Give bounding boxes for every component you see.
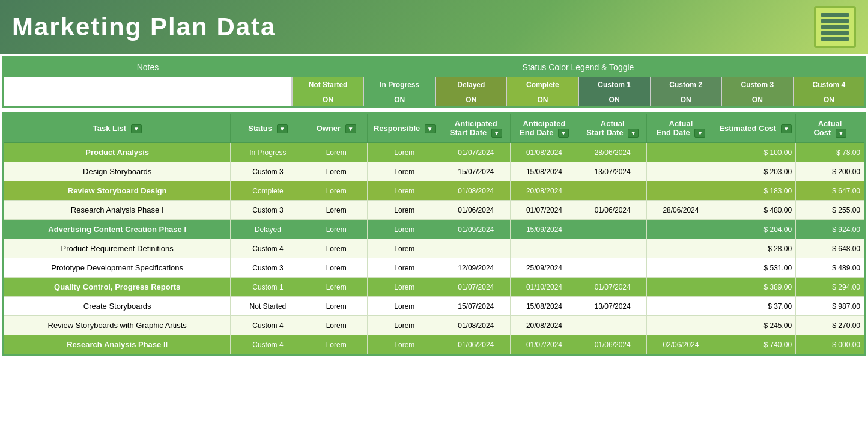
legend-item-toggle[interactable]: ON [436, 93, 506, 106]
cell-status: Not Started [231, 297, 305, 316]
filter-btn-ant_end[interactable]: ▼ [558, 129, 569, 138]
legend-item-toggle[interactable]: ON [293, 93, 363, 106]
filter-btn-act_cost[interactable]: ▼ [836, 129, 846, 138]
cell-task: Quality Control, Progress Reports [4, 278, 231, 297]
cell-act_cost: $ 000.00 [796, 335, 864, 354]
legend-item-toggle[interactable]: ON [722, 93, 793, 106]
cell-ant_end: 25/09/2024 [510, 258, 578, 278]
cell-act_end: 02/06/2024 [647, 335, 715, 354]
cell-act_start: 01/06/2024 [578, 201, 647, 220]
legend-item-not-started[interactable]: Not Started ON [292, 77, 363, 106]
cell-est_cost: $ 245.00 [715, 316, 795, 335]
legend-items-container: Not Started ON In Progress ON Delayed ON… [292, 77, 864, 106]
cell-est_cost: $ 204.00 [715, 220, 795, 239]
legend-item-toggle[interactable]: ON [579, 93, 650, 106]
legend-item-complete[interactable]: Complete ON [506, 77, 578, 106]
cell-est_cost: $ 100.00 [715, 143, 795, 162]
cell-est_cost: $ 531.00 [715, 258, 795, 278]
cell-status: Custom 3 [231, 162, 305, 181]
legend-item-label: Custom 4 [794, 77, 864, 93]
cell-responsible: Lorem [367, 181, 442, 201]
cell-ant_start: 01/09/2024 [442, 220, 510, 239]
th-act_start: ActualStart Date ▼ [578, 114, 647, 143]
legend-item-label: Complete [507, 77, 578, 93]
legend-items-row: Not Started ON In Progress ON Delayed ON… [4, 77, 864, 106]
cell-act_start: 13/07/2024 [578, 162, 647, 181]
table-row: Create StoryboardsNot StartedLoremLorem1… [4, 297, 864, 316]
cell-ant_start: 01/06/2024 [442, 335, 510, 354]
cell-task: Prototype Development Specifications [4, 258, 231, 278]
filter-btn-act_end[interactable]: ▼ [694, 129, 705, 138]
main-table-container: Task List ▼Status ▼Owner ▼Responsible ▼A… [2, 112, 866, 356]
cell-owner: Lorem [305, 335, 367, 354]
cell-task: Review Storyboard Design [4, 181, 231, 201]
legend-item-toggle[interactable]: ON [794, 93, 864, 106]
cell-responsible: Lorem [367, 143, 442, 162]
cell-ant_end: 20/08/2024 [510, 181, 578, 201]
cell-task: Design Storyboards [4, 162, 231, 181]
cell-task: Review Storyboards with Graphic Artists [4, 316, 231, 335]
filter-btn-ant_start[interactable]: ▼ [491, 129, 502, 138]
legend-item-toggle[interactable]: ON [651, 93, 721, 106]
table-header: Task List ▼Status ▼Owner ▼Responsible ▼A… [4, 114, 864, 143]
cell-act_start [578, 316, 647, 335]
cell-ant_end: 15/08/2024 [510, 297, 578, 316]
filter-btn-est_cost[interactable]: ▼ [781, 124, 792, 133]
cell-status: Custom 4 [231, 316, 305, 335]
cell-status: Custom 4 [231, 335, 305, 354]
cell-act_cost: $ 294.00 [796, 278, 864, 297]
cell-est_cost: $ 37.00 [715, 297, 795, 316]
cell-owner: Lorem [305, 316, 367, 335]
cell-act_start [578, 181, 647, 201]
cell-ant_start: 15/07/2024 [442, 162, 510, 181]
page-header: Marketing Plan Data [0, 0, 868, 54]
cell-task: Product Requirement Definitions [4, 239, 231, 258]
legend-item-in-progress[interactable]: In Progress ON [363, 77, 435, 106]
legend-section: Notes Status Color Legend & Toggle Not S… [2, 56, 866, 108]
legend-item-custom-2[interactable]: Custom 2 ON [650, 77, 721, 106]
cell-status: Complete [231, 181, 305, 201]
filter-btn-owner[interactable]: ▼ [345, 124, 356, 133]
filter-btn-status[interactable]: ▼ [277, 124, 288, 133]
cell-owner: Lorem [305, 258, 367, 278]
cell-act_end [647, 181, 715, 201]
th-ant_start: AnticipatedStart Date ▼ [442, 114, 510, 143]
th-task: Task List ▼ [4, 114, 231, 143]
th-owner: Owner ▼ [305, 114, 367, 143]
cell-responsible: Lorem [367, 278, 442, 297]
cell-act_start [578, 220, 647, 239]
table-row: Product Requirement DefinitionsCustom 4L… [4, 239, 864, 258]
cell-est_cost: $ 28.00 [715, 239, 795, 258]
legend-item-toggle[interactable]: ON [364, 93, 435, 106]
cell-owner: Lorem [305, 201, 367, 220]
cell-owner: Lorem [305, 220, 367, 239]
table-row: Quality Control, Progress ReportsCustom … [4, 278, 864, 297]
table-row: Advertising Content Creation Phase IDela… [4, 220, 864, 239]
cell-ant_end: 15/08/2024 [510, 162, 578, 181]
legend-item-toggle[interactable]: ON [507, 93, 578, 106]
filter-btn-task[interactable]: ▼ [131, 124, 142, 133]
cell-ant_end: 01/08/2024 [510, 143, 578, 162]
main-table: Task List ▼Status ▼Owner ▼Responsible ▼A… [4, 114, 864, 354]
cell-task: Research Analysis Phase II [4, 335, 231, 354]
cell-est_cost: $ 480.00 [715, 201, 795, 220]
cell-act_start: 01/06/2024 [578, 335, 647, 354]
legend-item-label: Custom 2 [651, 77, 721, 93]
legend-item-custom-3[interactable]: Custom 3 ON [721, 77, 793, 106]
cell-task: Product Analysis [4, 143, 231, 162]
filter-btn-act_start[interactable]: ▼ [628, 129, 639, 138]
cell-act_cost: $ 647.00 [796, 181, 864, 201]
cell-responsible: Lorem [367, 162, 442, 181]
legend-item-custom-1[interactable]: Custom 1 ON [578, 77, 650, 106]
table-row: Design StoryboardsCustom 3LoremLorem15/0… [4, 162, 864, 181]
header-list-icon [814, 6, 856, 48]
cell-act_end [647, 239, 715, 258]
th-status: Status ▼ [231, 114, 305, 143]
filter-btn-responsible[interactable]: ▼ [425, 124, 436, 133]
legend-item-custom-4[interactable]: Custom 4 ON [793, 77, 864, 106]
cell-responsible: Lorem [367, 201, 442, 220]
cell-owner: Lorem [305, 297, 367, 316]
legend-item-delayed[interactable]: Delayed ON [435, 77, 506, 106]
page-title: Marketing Plan Data [12, 13, 276, 41]
table-row: Research Analysis Phase ICustom 3LoremLo… [4, 201, 864, 220]
